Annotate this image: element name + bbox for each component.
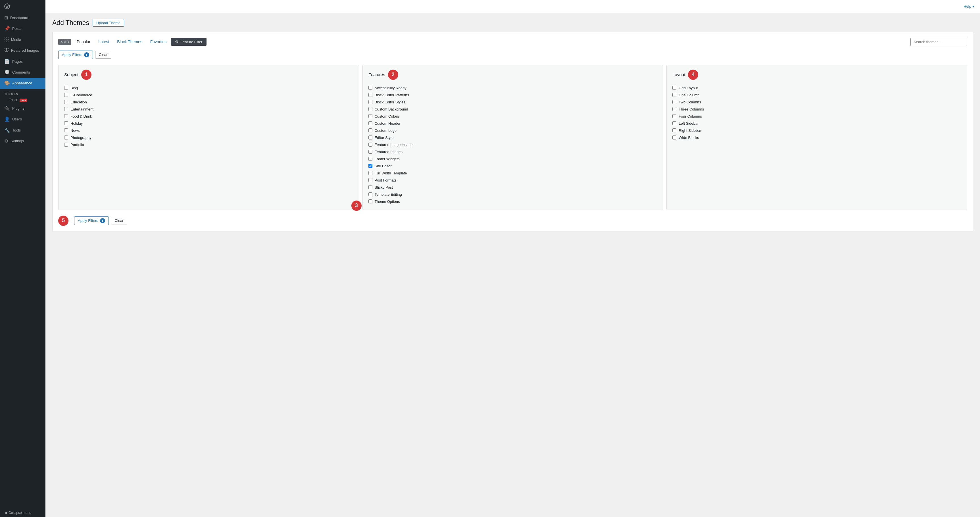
feature-accessibility-ready-checkbox[interactable] bbox=[368, 86, 372, 90]
collapse-menu-button[interactable]: ◀ Collapse menu bbox=[0, 509, 45, 517]
subject-news-checkbox[interactable] bbox=[64, 129, 68, 132]
tab-latest[interactable]: Latest bbox=[95, 38, 113, 46]
subject-holiday-checkbox[interactable] bbox=[64, 121, 68, 125]
sidebar-item-media[interactable]: 🖼 Media bbox=[0, 34, 45, 45]
feature-sticky-post-checkbox[interactable] bbox=[368, 185, 372, 189]
feature-custom-colors: Custom Colors bbox=[368, 113, 657, 120]
layout-three-columns-checkbox[interactable] bbox=[672, 107, 676, 111]
sidebar-item-appearance[interactable]: 🎨 Appearance bbox=[0, 78, 45, 89]
clear-button-top[interactable]: Clear bbox=[95, 51, 111, 59]
filter-count-badge-bottom: 1 bbox=[100, 218, 105, 223]
subject-ecommerce-checkbox[interactable] bbox=[64, 93, 68, 97]
feature-custom-header-checkbox[interactable] bbox=[368, 121, 372, 125]
sidebar-item-featured-images[interactable]: 🖼 Featured Images bbox=[0, 45, 45, 56]
feature-theme-options-label: Theme Options bbox=[375, 199, 400, 204]
feature-site-editor-label: Site Editor bbox=[375, 164, 392, 168]
feature-footer-widgets-checkbox[interactable] bbox=[368, 157, 372, 161]
feature-featured-images-label: Featured Images bbox=[375, 150, 402, 154]
layout-two-columns: Two Columns bbox=[672, 99, 961, 106]
themes-section-label: Themes bbox=[0, 89, 45, 97]
feature-custom-header-label: Custom Header bbox=[375, 121, 401, 126]
layout-three-columns-label: Three Columns bbox=[679, 107, 704, 111]
sidebar-item-pages[interactable]: 📄 Pages bbox=[0, 56, 45, 67]
subject-food-drink-checkbox[interactable] bbox=[64, 114, 68, 118]
feature-site-editor-checkbox[interactable] bbox=[368, 164, 372, 168]
feature-template-editing-checkbox[interactable] bbox=[368, 192, 372, 196]
tab-popular[interactable]: Popular bbox=[73, 38, 94, 46]
feature-editor-style-checkbox[interactable] bbox=[368, 135, 372, 140]
feature-site-editor: Site Editor bbox=[368, 162, 657, 170]
subject-education-checkbox[interactable] bbox=[64, 100, 68, 104]
feature-block-editor-styles-checkbox[interactable] bbox=[368, 100, 372, 104]
feature-filter-button[interactable]: ⚙ Feature Filter bbox=[171, 38, 206, 46]
layout-grid-layout-checkbox[interactable] bbox=[672, 86, 676, 90]
subject-entertainment-label: Entertainment bbox=[70, 107, 94, 111]
subject-portfolio-label: Portfolio bbox=[70, 143, 84, 147]
featured-images-icon: 🖼 bbox=[4, 48, 9, 54]
layout-four-columns: Four Columns bbox=[672, 113, 961, 120]
feature-custom-logo-checkbox[interactable] bbox=[368, 129, 372, 132]
feature-custom-colors-label: Custom Colors bbox=[375, 114, 399, 118]
dashboard-icon: ⊞ bbox=[4, 15, 8, 21]
pages-icon: 📄 bbox=[4, 59, 10, 65]
apply-filters-button-bottom[interactable]: Apply Filters 1 bbox=[74, 216, 109, 225]
layout-wide-blocks-checkbox[interactable] bbox=[672, 135, 676, 140]
tab-favorites[interactable]: Favorites bbox=[147, 38, 170, 46]
feature-full-width-template: Full Width Template bbox=[368, 170, 657, 177]
subject-portfolio-checkbox[interactable] bbox=[64, 143, 68, 146]
apply-filters-button-top[interactable]: Apply Filters 1 bbox=[58, 51, 93, 59]
layout-one-column-checkbox[interactable] bbox=[672, 93, 676, 97]
feature-block-editor-patterns-checkbox[interactable] bbox=[368, 93, 372, 97]
feature-featured-images: Featured Images bbox=[368, 148, 657, 155]
step-5-circle: 5 bbox=[58, 216, 68, 226]
feature-footer-widgets-label: Footer Widgets bbox=[375, 157, 400, 161]
step-3-circle: 3 bbox=[352, 200, 362, 211]
subject-blog-checkbox[interactable] bbox=[64, 86, 68, 90]
layout-two-columns-checkbox[interactable] bbox=[672, 100, 676, 104]
filter-count-badge-top: 1 bbox=[84, 52, 89, 57]
sidebar-sub-editor[interactable]: Editor beta bbox=[0, 97, 45, 103]
clear-button-bottom[interactable]: Clear bbox=[111, 217, 127, 224]
gear-icon: ⚙ bbox=[175, 40, 179, 44]
feature-custom-logo: Custom Logo bbox=[368, 127, 657, 134]
top-action-buttons: Apply Filters 1 Clear bbox=[58, 51, 967, 59]
feature-featured-image-header-label: Featured Image Header bbox=[375, 143, 414, 147]
feature-block-editor-patterns: Block Editor Patterns bbox=[368, 91, 657, 99]
feature-custom-colors-checkbox[interactable] bbox=[368, 114, 372, 118]
layout-left-sidebar-checkbox[interactable] bbox=[672, 121, 676, 125]
layout-left-sidebar-label: Left Sidebar bbox=[679, 121, 698, 126]
subject-blog-label: Blog bbox=[70, 86, 78, 90]
tab-block-themes[interactable]: Block Themes bbox=[114, 38, 145, 46]
comments-icon: 💬 bbox=[4, 69, 10, 76]
sidebar-item-tools[interactable]: 🔧 Tools bbox=[0, 125, 45, 136]
sidebar-item-dashboard[interactable]: ⊞ Dashboard bbox=[0, 13, 45, 23]
feature-full-width-template-checkbox[interactable] bbox=[368, 171, 372, 175]
subject-entertainment-checkbox[interactable] bbox=[64, 107, 68, 111]
subject-holiday: Holiday bbox=[64, 120, 353, 127]
feature-editor-style-label: Editor Style bbox=[375, 135, 393, 140]
feature-featured-image-header-checkbox[interactable] bbox=[368, 143, 372, 146]
feature-featured-images-checkbox[interactable] bbox=[368, 150, 372, 154]
sidebar-item-comments[interactable]: 💬 Comments bbox=[0, 67, 45, 78]
layout-right-sidebar-checkbox[interactable] bbox=[672, 129, 676, 132]
subject-food-drink-label: Food & Drink bbox=[70, 114, 92, 118]
feature-block-editor-styles-label: Block Editor Styles bbox=[375, 100, 405, 104]
wp-logo: W bbox=[0, 0, 45, 13]
feature-theme-options-checkbox[interactable] bbox=[368, 199, 372, 204]
feature-custom-background-checkbox[interactable] bbox=[368, 107, 372, 111]
layout-four-columns-label: Four Columns bbox=[679, 114, 702, 118]
sidebar-item-users[interactable]: 👤 Users bbox=[0, 114, 45, 125]
search-themes-input[interactable] bbox=[910, 38, 967, 46]
sidebar-item-settings[interactable]: ⚙ Settings bbox=[0, 136, 45, 146]
feature-template-editing: Template Editing bbox=[368, 191, 657, 198]
subject-blog: Blog bbox=[64, 84, 353, 91]
content-area: Add Themes Upload Theme 5313 Popular Lat… bbox=[45, 13, 980, 517]
feature-post-formats-checkbox[interactable] bbox=[368, 178, 372, 182]
layout-four-columns-checkbox[interactable] bbox=[672, 114, 676, 118]
subject-photography-checkbox[interactable] bbox=[64, 135, 68, 140]
sidebar-item-plugins[interactable]: 🔌 Plugins bbox=[0, 103, 45, 114]
sidebar-item-posts[interactable]: 📌 Posts bbox=[0, 23, 45, 34]
help-button[interactable]: Help ▾ bbox=[964, 4, 974, 8]
upload-theme-button[interactable]: Upload Theme bbox=[92, 19, 124, 27]
beta-badge: beta bbox=[20, 99, 27, 102]
